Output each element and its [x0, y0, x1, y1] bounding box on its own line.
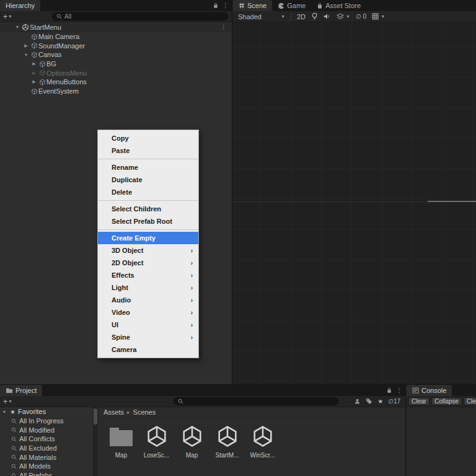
scrollbar-thumb[interactable] — [94, 408, 97, 425]
menu-item-duplicate[interactable]: Duplicate — [98, 174, 198, 186]
menu-item-create-empty[interactable]: Create Empty — [98, 232, 198, 244]
favorite-item-all-excluded[interactable]: All Excluded — [0, 444, 93, 453]
asset-tile-winscreen[interactable]: WinScr... — [247, 422, 278, 459]
favorite-label: All Materials — [19, 454, 56, 461]
tab-console[interactable]: Console — [407, 385, 452, 396]
grid-settings-dropdown[interactable]: ▼ — [372, 13, 385, 20]
scene-effects-dropdown[interactable]: ▼ — [337, 13, 350, 20]
unity-editor-window: Hierarchy ⋮ + ▼ All ▼ — [0, 0, 476, 476]
favorite-item-all-in-progress[interactable]: All In Progress — [0, 416, 93, 426]
hierarchy-row-main-camera[interactable]: Main Camera — [0, 32, 232, 42]
favorite-item-all-conflicts[interactable]: All Conflicts — [0, 434, 93, 444]
object-label: Canvas — [38, 51, 61, 58]
hidden-packages-toggle[interactable]: ∅17 — [388, 398, 400, 405]
console-icon — [412, 387, 419, 394]
menu-item-2d-object[interactable]: 2D Object› — [98, 257, 198, 269]
clear-button[interactable]: Clear — [408, 397, 430, 405]
gameobject-cube-icon — [30, 33, 38, 40]
hierarchy-search-input[interactable]: All — [52, 12, 228, 20]
asset-tile-map-scene[interactable]: Map — [176, 422, 208, 459]
scene-menu-icon[interactable]: ⋮ — [221, 24, 227, 30]
hierarchy-row-optionsmenu[interactable]: ▶ OptionsMenu — [0, 68, 232, 77]
create-dropdown-button[interactable]: + ▼ — [0, 12, 15, 21]
menu-item-select-prefab-root[interactable]: Select Prefab Root — [98, 215, 198, 227]
search-filter-value: All — [64, 13, 71, 20]
console-log-area[interactable] — [407, 407, 476, 476]
tab-project[interactable]: Project — [0, 385, 42, 396]
menu-item-effects[interactable]: Effects› — [98, 269, 198, 281]
project-tree-scrollbar[interactable] — [93, 407, 98, 476]
foldout-open-icon[interactable]: ▼ — [14, 25, 21, 29]
clear-on-play-button[interactable]: Clea — [464, 397, 476, 405]
tab-hierarchy[interactable]: Hierarchy — [0, 0, 40, 11]
menu-item-copy[interactable]: Copy — [98, 132, 198, 144]
menu-item-rename[interactable]: Rename — [98, 161, 198, 174]
search-by-type-icon[interactable] — [354, 398, 361, 405]
lock-icon[interactable] — [387, 387, 392, 394]
menu-item-delete[interactable]: Delete — [98, 186, 198, 198]
foldout-open-icon[interactable]: ▼ — [22, 53, 30, 57]
project-content: Assets ▸ Scenes Map LoseSc... — [98, 407, 405, 476]
favorites-header[interactable]: ▼ ★ Favorites — [0, 407, 93, 416]
tab-asset-store[interactable]: Asset Store — [311, 0, 366, 11]
effects-layers-icon — [337, 13, 344, 20]
favorites-star-icon[interactable]: ★ — [377, 398, 383, 405]
hierarchy-row-eventsystem[interactable]: EventSystem — [0, 87, 232, 96]
menu-item-ui[interactable]: UI› — [98, 319, 198, 331]
breadcrumb-scenes[interactable]: Scenes — [133, 408, 156, 416]
unity-scene-asset-icon — [180, 422, 204, 451]
scene-audio-button[interactable] — [324, 13, 331, 20]
hierarchy-row-canvas[interactable]: ▼ Canvas — [0, 50, 232, 60]
hierarchy-toolbar: + ▼ All — [0, 11, 232, 22]
panel-menu-icon[interactable]: ⋮ — [223, 2, 229, 9]
menu-item-label: Paste — [112, 147, 130, 154]
menu-item-select-children[interactable]: Select Children — [98, 203, 198, 215]
favorite-item-all-models[interactable]: All Models — [0, 462, 93, 471]
unity-scene-asset-icon — [145, 422, 169, 451]
project-search-input[interactable] — [174, 397, 338, 405]
hierarchy-scene-row[interactable]: ▼ StartMenu ⋮ — [0, 23, 232, 32]
asset-label: LoseSc... — [144, 452, 170, 459]
menu-item-audio[interactable]: Audio› — [98, 294, 198, 306]
toggle-2d-button[interactable]: 2D — [297, 13, 306, 20]
menu-item-video[interactable]: Video› — [98, 306, 198, 319]
foldout-open-icon[interactable]: ▼ — [1, 410, 7, 414]
favorite-item-all-materials[interactable]: All Materials — [0, 452, 93, 462]
tab-game[interactable]: Game — [272, 0, 311, 11]
create-asset-dropdown-button[interactable]: + ▼ — [0, 397, 15, 406]
menu-item-paste[interactable]: Paste — [98, 144, 198, 157]
hierarchy-row-soundmanager[interactable]: ▶ SoundManager — [0, 41, 232, 50]
menu-item-3d-object[interactable]: 3D Object› — [98, 244, 198, 257]
menu-item-light[interactable]: Light› — [98, 281, 198, 294]
lock-icon[interactable] — [213, 2, 218, 9]
tab-game-label: Game — [287, 2, 306, 9]
foldout-closed-icon[interactable]: ▶ — [30, 79, 38, 84]
object-label: MenuButtons — [46, 78, 87, 86]
favorite-label: All Modified — [19, 426, 55, 434]
tab-scene[interactable]: Scene — [233, 0, 272, 11]
menu-item-camera[interactable]: Camera — [98, 343, 198, 356]
panel-menu-icon[interactable]: ⋮ — [396, 387, 402, 394]
foldout-closed-icon[interactable]: ▶ — [30, 61, 38, 66]
menu-item-spine[interactable]: Spine› — [98, 331, 198, 343]
scene-lighting-button[interactable] — [311, 12, 318, 20]
favorite-label: All Conflicts — [19, 435, 55, 443]
hierarchy-tabstrip: Hierarchy ⋮ — [0, 0, 232, 11]
favorite-item-all-modified[interactable]: All Modified — [0, 425, 93, 434]
asset-tile-losescene[interactable]: LoseSc... — [141, 422, 172, 459]
search-icon — [56, 14, 62, 19]
asset-tile-map-folder[interactable]: Map — [105, 422, 137, 459]
favorite-label: All Prefabs — [19, 472, 52, 476]
breadcrumb-assets[interactable]: Assets — [104, 408, 124, 416]
foldout-closed-icon[interactable]: ▶ — [22, 43, 30, 48]
collapse-button[interactable]: Collapse — [431, 397, 462, 405]
favorite-item-all-prefabs[interactable]: All Prefabs — [0, 471, 93, 476]
asset-tile-startmenu[interactable]: StartM... — [211, 422, 243, 459]
hierarchy-row-menubuttons[interactable]: ▶ MenuButtons — [0, 77, 232, 87]
hierarchy-row-bg[interactable]: ▶ BG — [0, 60, 232, 69]
search-by-label-icon[interactable] — [366, 398, 372, 405]
shading-mode-dropdown[interactable]: Shaded ▼ — [238, 13, 285, 20]
hidden-objects-toggle[interactable]: ∅ 0 — [356, 13, 366, 20]
foldout-closed-icon[interactable]: ▶ — [30, 71, 38, 76]
scene-viewport[interactable] — [233, 23, 476, 384]
